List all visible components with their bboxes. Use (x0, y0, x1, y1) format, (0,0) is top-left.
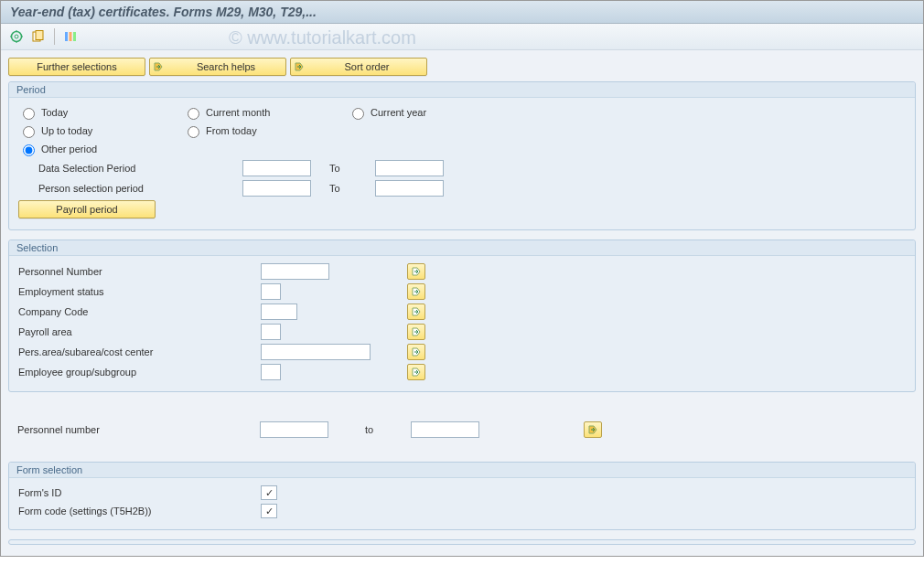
employee-group-multi-button[interactable] (407, 364, 425, 380)
page-title: Year-end (tax) certificates. Forms M29, … (1, 1, 923, 24)
arrow-right-icon (291, 62, 307, 71)
radio-current-month[interactable] (188, 108, 199, 120)
employment-status-input[interactable] (261, 283, 281, 300)
form-code-label: Form code (settings (T5H2B)) (18, 506, 261, 516)
search-helps-button[interactable]: Search helps (149, 58, 286, 76)
forms-id-label: Form's ID (18, 487, 261, 498)
range-personnel-number-label: Personnel number (17, 424, 260, 435)
form-code-checkbox[interactable]: ✓ (261, 504, 277, 518)
sort-order-button[interactable]: Sort order (290, 58, 427, 76)
app-toolbar (1, 24, 923, 50)
overview-icon[interactable] (30, 28, 47, 45)
person-selection-to-input[interactable] (375, 180, 444, 197)
employment-status-multi-button[interactable] (407, 283, 425, 300)
radio-from-today[interactable] (188, 126, 199, 138)
svg-rect-6 (73, 32, 76, 41)
radio-current-year-label[interactable]: Current year (371, 107, 426, 118)
person-selection-to-label: To (311, 183, 375, 194)
company-code-input[interactable] (261, 303, 297, 320)
settings-icon[interactable] (62, 28, 79, 45)
period-group-title: Period (9, 82, 915, 98)
employment-status-label: Employment status (18, 286, 261, 297)
radio-other-period-label[interactable]: Other period (41, 144, 97, 154)
personnel-number-range: Personnel number to (8, 410, 916, 453)
radio-other-period[interactable] (23, 144, 35, 156)
arrow-right-icon (150, 62, 167, 71)
radio-today[interactable] (23, 108, 35, 120)
svg-rect-5 (70, 32, 72, 41)
selection-group: Selection Personnel Number Employment st… (8, 240, 916, 392)
svg-rect-3 (36, 31, 43, 40)
payroll-area-label: Payroll area (18, 326, 261, 337)
person-selection-from-input[interactable] (242, 180, 311, 197)
range-personnel-multi-button[interactable] (584, 421, 602, 438)
personnel-number-input[interactable] (261, 263, 329, 280)
company-code-label: Company Code (18, 306, 261, 317)
data-selection-to-label: To (311, 163, 375, 174)
data-selection-period-label: Data Selection Period (18, 163, 242, 174)
radio-current-year[interactable] (352, 108, 364, 120)
payroll-area-multi-button[interactable] (407, 324, 425, 340)
execute-icon[interactable] (8, 28, 25, 45)
forms-id-checkbox[interactable]: ✓ (261, 485, 277, 500)
pers-area-input[interactable] (261, 344, 371, 360)
empty-group (8, 539, 916, 545)
payroll-period-button[interactable]: Payroll period (18, 200, 156, 218)
range-to-label: to (328, 424, 411, 435)
further-selections-button[interactable]: Further selections (8, 58, 145, 76)
person-selection-period-label: Person selection period (18, 183, 242, 194)
employee-group-label: Employee group/subgroup (18, 367, 261, 378)
radio-from-today-label[interactable]: From today (206, 125, 257, 136)
period-group: Period Today Current month Current year … (8, 81, 916, 230)
pers-area-multi-button[interactable] (407, 344, 425, 360)
range-personnel-to-input[interactable] (411, 421, 479, 438)
toolbar-separator (54, 28, 55, 45)
radio-up-to-today[interactable] (23, 126, 35, 138)
selection-button-row: Further selections Search helps Sort ord… (8, 58, 916, 76)
form-selection-title: Form selection (9, 463, 915, 478)
company-code-multi-button[interactable] (407, 303, 425, 320)
personnel-number-multi-button[interactable] (407, 263, 425, 280)
svg-rect-4 (65, 32, 68, 41)
selection-group-title: Selection (9, 240, 915, 256)
form-selection-group: Form selection Form's ID ✓ Form code (se… (8, 462, 916, 530)
range-personnel-from-input[interactable] (260, 421, 328, 438)
svg-point-0 (12, 32, 22, 42)
radio-up-to-today-label[interactable]: Up to today (41, 125, 92, 136)
data-selection-to-input[interactable] (375, 160, 444, 176)
radio-current-month-label[interactable]: Current month (206, 107, 270, 118)
data-selection-from-input[interactable] (242, 160, 311, 176)
payroll-area-input[interactable] (261, 324, 281, 340)
employee-group-input[interactable] (261, 364, 281, 380)
svg-point-1 (15, 35, 18, 38)
personnel-number-label: Personnel Number (18, 266, 261, 277)
pers-area-label: Pers.area/subarea/cost center (18, 346, 261, 357)
radio-today-label[interactable]: Today (41, 107, 68, 118)
